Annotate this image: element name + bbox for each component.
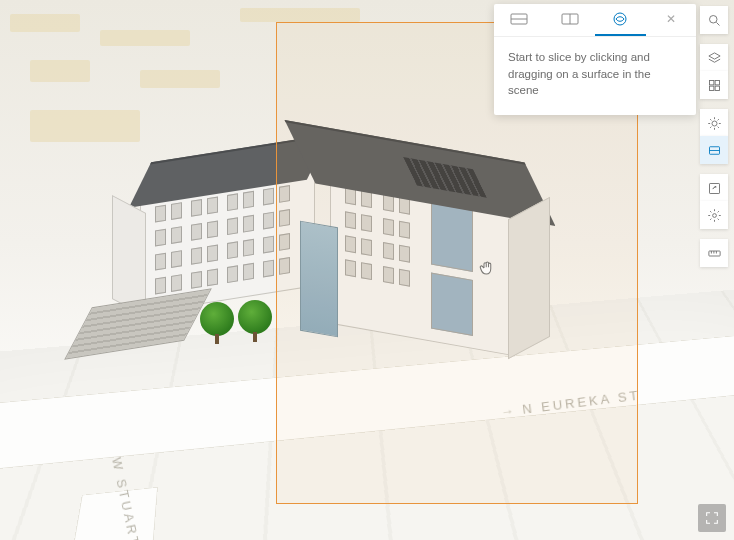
tree-trunk (253, 332, 257, 342)
svg-rect-10 (709, 86, 713, 90)
building-wall-side (508, 197, 550, 359)
svg-rect-8 (709, 80, 713, 84)
background-building (30, 110, 140, 142)
close-icon: ✕ (666, 12, 676, 26)
slice-panel: ✕ Start to slice by clicking and draggin… (494, 4, 696, 115)
share-icon (707, 181, 722, 196)
slice-tab-horizontal[interactable] (494, 4, 545, 34)
background-building (240, 8, 360, 22)
svg-line-17 (710, 119, 711, 120)
slice-tab-plane[interactable] (595, 4, 646, 36)
svg-line-24 (712, 186, 715, 189)
basemap-icon (707, 78, 722, 93)
slice-vertical-icon (560, 12, 580, 26)
background-building (140, 70, 220, 88)
building-entrance-glass (300, 221, 338, 338)
svg-line-20 (710, 126, 711, 127)
close-button[interactable]: ✕ (646, 4, 697, 34)
tree (238, 300, 272, 334)
daylight-button[interactable] (700, 109, 728, 137)
slice-button[interactable] (700, 136, 728, 164)
svg-line-18 (717, 126, 718, 127)
search-button[interactable] (700, 6, 728, 34)
right-toolbar (700, 6, 728, 267)
background-building (100, 30, 190, 46)
fullscreen-button[interactable] (698, 504, 726, 532)
svg-rect-23 (709, 183, 719, 193)
slice-panel-hint: Start to slice by clicking and dragging … (494, 37, 696, 115)
basemap-button[interactable] (700, 71, 728, 99)
svg-point-4 (614, 13, 626, 25)
slice-horizontal-icon (509, 12, 529, 26)
background-building (10, 14, 80, 32)
measure-button[interactable] (700, 239, 728, 267)
svg-rect-11 (715, 86, 719, 90)
tree-trunk (215, 334, 219, 344)
svg-line-6 (716, 22, 719, 25)
svg-marker-7 (708, 52, 719, 58)
svg-line-19 (717, 119, 718, 120)
layers-icon (707, 51, 722, 66)
measure-icon (707, 246, 722, 261)
search-icon (707, 13, 722, 28)
svg-point-5 (709, 15, 717, 23)
fullscreen-icon (704, 510, 720, 526)
layers-button[interactable] (700, 44, 728, 72)
arrow-icon: → (500, 403, 518, 420)
gear-icon (707, 208, 722, 223)
svg-rect-9 (715, 80, 719, 84)
svg-point-25 (712, 213, 716, 217)
solar-panels (403, 157, 487, 198)
svg-point-12 (712, 121, 717, 126)
settings-button[interactable] (700, 201, 728, 229)
tree (200, 302, 234, 336)
slice-plane-icon (611, 10, 629, 28)
share-button[interactable] (700, 174, 728, 202)
sun-icon (707, 116, 722, 131)
slice-tab-vertical[interactable] (545, 4, 596, 34)
slice-panel-tabs: ✕ (494, 4, 696, 37)
background-building (30, 60, 90, 82)
slice-icon (707, 143, 722, 158)
svg-rect-26 (708, 251, 719, 256)
